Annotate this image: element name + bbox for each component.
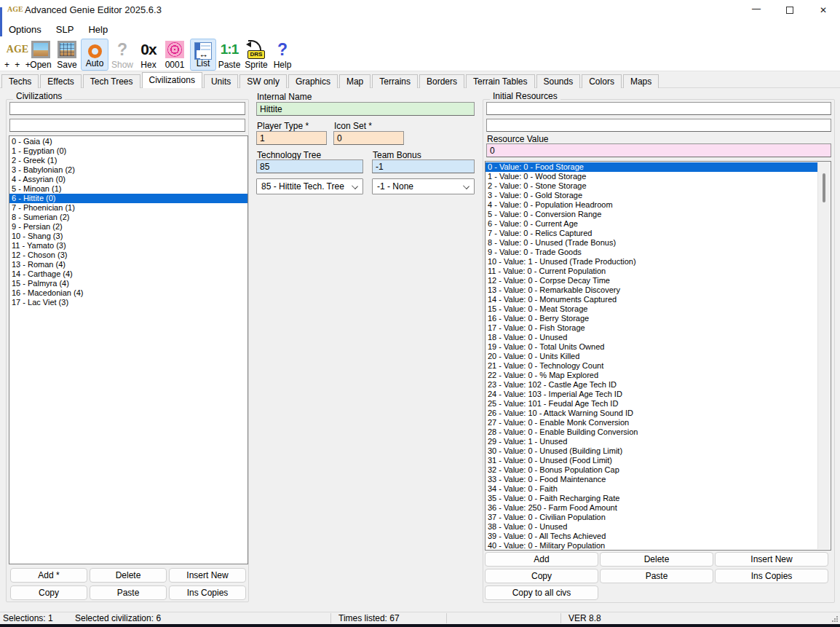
resource-row[interactable]: 35 - Value: 0 - Faith Recharging Rate [486, 494, 817, 503]
save-button[interactable]: Save [55, 38, 79, 71]
civilization-row[interactable]: 7 - Phoenician (1) [9, 203, 247, 213]
resource-row[interactable]: 40 - Value: 0 - Military Population [486, 541, 817, 551]
civilization-row[interactable]: 2 - Greek (1) [9, 156, 247, 165]
tab-tech-trees[interactable]: Tech Trees [83, 74, 140, 88]
civilization-row[interactable]: 5 - Minoan (1) [9, 184, 247, 194]
resource-row[interactable]: 17 - Value: 0 - Fish Storage [486, 323, 817, 333]
resource-row[interactable]: 21 - Value: 0 - Technology Count [486, 361, 817, 371]
civilizations-listbox[interactable]: 0 - Gaia (4)1 - Egyptian (0)2 - Greek (1… [9, 135, 248, 564]
resource-insert-new-button[interactable]: Insert New [715, 552, 828, 567]
resource-delete-button[interactable]: Delete [600, 552, 713, 567]
tab-units[interactable]: Units [204, 74, 238, 88]
help-button[interactable]: ? Help [271, 38, 294, 71]
minimize-button[interactable]: — [740, 0, 773, 20]
resource-row[interactable]: 11 - Value: 0 - Current Population [486, 267, 817, 276]
resource-row[interactable]: 37 - Value: 0 - Civilian Population [486, 513, 817, 522]
civ-delete-button[interactable]: Delete [90, 568, 167, 583]
close-button[interactable]: ✕ [807, 0, 840, 20]
civilization-row[interactable]: 6 - Hittite (0) [9, 194, 247, 203]
menu-slp[interactable]: SLP [49, 22, 82, 37]
civ-copy-button[interactable]: Copy [10, 585, 87, 600]
menu-help[interactable]: Help [81, 22, 115, 37]
civilization-row[interactable]: 10 - Shang (3) [9, 232, 247, 241]
resource-row[interactable]: 34 - Value: 0 - Faith [486, 484, 817, 494]
civilization-row[interactable]: 14 - Carthage (4) [9, 269, 247, 279]
team-bonus-input[interactable] [372, 159, 475, 173]
tab-terrains[interactable]: Terrains [372, 74, 418, 88]
civ-filter-input-bottom[interactable] [9, 119, 245, 132]
resources-listbox[interactable]: 0 - Value: 0 - Food Storage1 - Value: 0 … [485, 161, 831, 551]
resource-row[interactable]: 24 - Value: 103 - Imperial Age Tech ID [486, 390, 817, 399]
resource-row[interactable]: 29 - Value: 1 - Unused [486, 437, 817, 446]
copy-to-all-civs-button[interactable]: Copy to all civs [485, 585, 598, 600]
resize-grip[interactable] [831, 615, 839, 623]
team-bonus-dropdown[interactable]: -1 - None [372, 178, 475, 194]
civ-paste-button[interactable]: Paste [90, 585, 167, 600]
civilization-row[interactable]: 11 - Yamato (3) [9, 241, 247, 251]
civ-insert-new-button[interactable]: Insert New [169, 568, 246, 583]
tab-map[interactable]: Map [339, 74, 371, 88]
resource-add-button[interactable]: Add [485, 552, 598, 567]
resource-copy-button[interactable]: Copy [485, 569, 598, 583]
scrollbar-thumb[interactable] [823, 173, 825, 202]
resource-filter-input-top[interactable] [486, 102, 831, 115]
list-toggle-button[interactable]: ↔ List [190, 39, 216, 71]
resource-row[interactable]: 1 - Value: 0 - Wood Storage [486, 172, 817, 181]
open-button[interactable]: Open [29, 38, 52, 71]
tab-effects[interactable]: Effects [40, 74, 81, 88]
resource-row[interactable]: 7 - Value: 0 - Relics Captured [486, 229, 817, 238]
resource-row[interactable]: 10 - Value: 1 - Unused (Trade Production… [486, 257, 817, 267]
paste-ratio-button[interactable]: 1:1 Paste [216, 38, 242, 71]
tab-terrain-tables[interactable]: Terrain Tables [466, 74, 534, 88]
resource-row[interactable]: 19 - Value: 0 - Total Units Owned [486, 342, 817, 352]
civilization-row[interactable]: 3 - Babylonian (2) [9, 165, 247, 175]
menu-options[interactable]: Options [1, 22, 49, 37]
civilization-row[interactable]: 15 - Palmyra (4) [9, 279, 247, 288]
resource-row[interactable]: 12 - Value: 0 - Corpse Decay Time [486, 276, 817, 285]
resource-row[interactable]: 5 - Value: 0 - Conversion Range [486, 210, 817, 219]
resource-row[interactable]: 39 - Value: 0 - All Techs Achieved [486, 532, 817, 541]
resource-row[interactable]: 27 - Value: 0 - Enable Monk Conversion [486, 418, 817, 427]
resource-row[interactable]: 20 - Value: 0 - Units Killed [486, 352, 817, 361]
resource-row[interactable]: 2 - Value: 0 - Stone Storage [486, 181, 817, 191]
resource-row[interactable]: 31 - Value: 0 - Unused (Food Limit) [486, 456, 817, 465]
civilization-row[interactable]: 12 - Choson (3) [9, 251, 247, 260]
civilization-row[interactable]: 16 - Macedonian (4) [9, 288, 247, 298]
tab-borders[interactable]: Borders [419, 74, 464, 88]
resource-row[interactable]: 33 - Value: 0 - Food Maintenance [486, 475, 817, 484]
resource-row[interactable]: 25 - Value: 101 - Feudal Age Tech ID [486, 399, 817, 409]
civ-filter-input-top[interactable] [9, 102, 245, 115]
resource-row[interactable]: 18 - Value: 0 - Unused [486, 333, 817, 342]
technology-tree-input[interactable] [256, 159, 363, 173]
resource-row[interactable]: 15 - Value: 0 - Meat Storage [486, 304, 817, 314]
maximize-button[interactable] [773, 0, 807, 20]
civilization-row[interactable]: 9 - Persian (2) [9, 222, 247, 232]
tab-graphics[interactable]: Graphics [288, 74, 338, 88]
resource-row[interactable]: 3 - Value: 0 - Gold Storage [486, 191, 817, 200]
tab-maps[interactable]: Maps [623, 74, 659, 88]
tab-sounds[interactable]: Sounds [536, 74, 581, 88]
slp-0001-button[interactable]: 0001 [162, 38, 188, 71]
resource-row[interactable]: 26 - Value: 10 - Attack Warning Sound ID [486, 409, 817, 418]
auto-toggle-button[interactable]: Auto [81, 39, 108, 71]
civ-add-button[interactable]: Add * [10, 568, 87, 583]
internal-name-input[interactable] [256, 102, 475, 116]
icon-set-input[interactable] [333, 131, 404, 145]
technology-tree-dropdown[interactable]: 85 - Hittite Tech. Tree [256, 178, 363, 194]
tab-sw-only[interactable]: SW only [239, 74, 287, 88]
resource-row[interactable]: 36 - Value: 250 - Farm Food Amount [486, 503, 817, 513]
resource-row[interactable]: 4 - Value: 0 - Population Headroom [486, 200, 817, 210]
tab-civilizations[interactable]: Civilizations [142, 72, 202, 88]
resource-row[interactable]: 30 - Value: 0 - Unused (Building Limit) [486, 446, 817, 456]
civilization-row[interactable]: 1 - Egyptian (0) [9, 146, 247, 156]
civilization-row[interactable]: 17 - Lac Viet (3) [9, 298, 247, 307]
resource-row[interactable]: 23 - Value: 102 - Castle Age Tech ID [486, 380, 817, 390]
resource-ins-copies-button[interactable]: Ins Copies [715, 569, 828, 583]
sprite-button[interactable]: DRS Sprite [242, 38, 271, 71]
resource-row[interactable]: 8 - Value: 0 - Unused (Trade Bonus) [486, 238, 817, 248]
resource-row[interactable]: 0 - Value: 0 - Food Storage [486, 162, 817, 172]
resource-filter-input-bottom[interactable] [486, 119, 831, 132]
resource-row[interactable]: 14 - Value: 0 - Monuments Captured [486, 295, 817, 304]
tab-techs[interactable]: Techs [1, 74, 39, 88]
resources-scrollbar[interactable] [817, 162, 830, 549]
